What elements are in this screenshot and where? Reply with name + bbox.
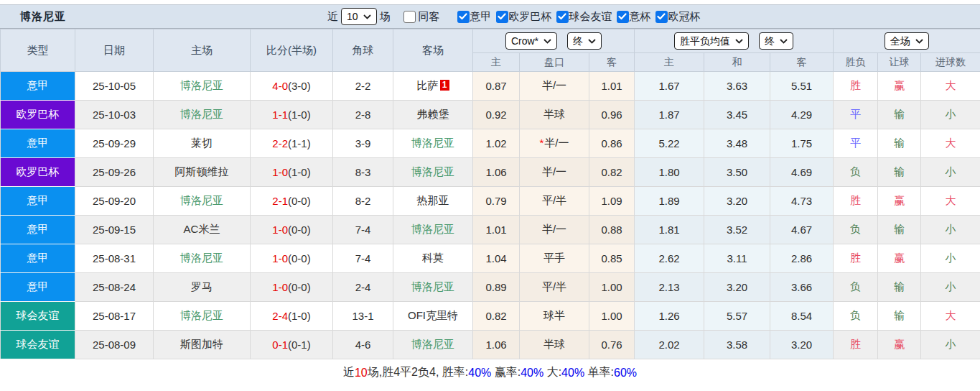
home-team-link[interactable]: AC米兰 [184, 223, 220, 235]
fulltime-score: 2-2 [272, 137, 288, 150]
summary-footer: 近10场,胜4平2负4, 胜率:40% 赢率:40% 大:40% 单率:60% [0, 359, 980, 386]
chevron-down-icon [363, 14, 371, 19]
home-team-link[interactable]: 博洛尼亚 [180, 79, 223, 91]
avg-odds-select[interactable]: 胜平负均值 [674, 32, 749, 50]
fulltime-score: 1-1 [272, 109, 288, 121]
avg-draw-odds-cell: 3.20 [704, 187, 770, 216]
avg-home-odds-cell: 2.13 [635, 273, 704, 302]
home-team-link[interactable]: 博洛尼亚 [180, 309, 223, 321]
result-goals-cell: 小 [921, 244, 980, 273]
result-goals-cell: 大 [921, 129, 980, 158]
fulltime-score: 2-4 [272, 310, 288, 322]
away-team-link[interactable]: 博洛尼亚 [411, 137, 454, 149]
away-team-link[interactable]: 热那亚 [417, 194, 449, 206]
avg-draw-odds-cell: 3.11 [704, 244, 770, 273]
handicap-value: 平/半 [542, 280, 566, 293]
home-team-link[interactable]: 莱切 [191, 137, 213, 149]
bookmaker-select-value: Crow* [511, 34, 538, 47]
checked-checkbox-icon[interactable] [655, 11, 668, 23]
corners-cell: 8-2 [333, 187, 393, 216]
recent-count-select[interactable]: 10 [341, 8, 377, 25]
crow-home-odds-cell: 1.01 [473, 216, 520, 244]
date-cell: 25-08-17 [75, 302, 154, 331]
filter-champions-league[interactable]: 欧冠杯 [655, 10, 701, 24]
date-cell: 25-10-05 [75, 72, 154, 101]
subcol-crow-home: 主 [473, 53, 520, 72]
crow-away-odds-cell: 1.00 [589, 302, 635, 331]
home-team-link[interactable]: 罗马 [191, 280, 213, 293]
league-type-cell: 意甲 [1, 187, 75, 216]
subcol-avg-away: 客 [770, 53, 834, 72]
score-cell: 1-0(0-0) [251, 216, 333, 244]
away-team-link[interactable]: 博洛尼亚 [411, 223, 454, 235]
summary-text: 近 [343, 365, 355, 380]
away-team-link[interactable]: 比萨 [417, 79, 439, 91]
crow-time-select-value: 终 [573, 34, 583, 47]
crow-away-odds-cell: 0.76 [589, 331, 635, 359]
result-wdl-cell: 平 [834, 129, 878, 158]
checked-checkbox-icon[interactable] [617, 11, 629, 23]
result-wdl-cell: 负 [834, 273, 878, 302]
bookmaker-select[interactable]: Crow* [505, 32, 557, 50]
away-team-link[interactable]: OFI克里特 [408, 309, 458, 321]
checked-checkbox-icon[interactable] [496, 11, 508, 23]
filter-label[interactable]: 意甲 [470, 10, 492, 24]
same-away-checkbox[interactable] [403, 11, 416, 23]
away-team-link[interactable]: 博洛尼亚 [411, 338, 454, 350]
match-scope-select[interactable]: 全场 [885, 32, 929, 50]
filter-label[interactable]: 欧冠杯 [668, 10, 701, 24]
chevron-down-icon [915, 39, 923, 44]
fulltime-score: 0-1 [272, 339, 288, 351]
result-wdl-cell: 胜 [834, 331, 878, 359]
handicap-cell: 半球 [520, 101, 589, 129]
home-team-link[interactable]: 博洛尼亚 [180, 194, 223, 206]
col-header-date: 日期 [75, 29, 154, 72]
home-team-link[interactable]: 阿斯顿维拉 [175, 165, 229, 178]
handicap-cell: 半/一 [520, 216, 589, 244]
avg-away-odds-cell: 4.69 [770, 158, 834, 187]
result-goals-cell: 小 [921, 216, 980, 244]
crow-away-odds-cell: 0.82 [589, 158, 635, 187]
home-team-link[interactable]: 斯图加特 [180, 338, 223, 350]
away-team-link[interactable]: 科莫 [422, 252, 444, 264]
filter-serie-a[interactable]: 意甲 [457, 10, 492, 24]
filter-label[interactable]: 球会友谊 [569, 10, 612, 24]
halftime-score: (0-1) [288, 339, 311, 351]
avg-home-odds-cell: 1.81 [635, 216, 704, 244]
score-cell: 1-0(0-0) [251, 244, 333, 273]
checked-checkbox-icon[interactable] [556, 11, 569, 23]
table-header: 类型 日期 主场 比分(半场) 角球 客场 Crow* 终 [1, 29, 980, 72]
avg-home-odds-cell: 1.87 [635, 101, 704, 129]
filter-club-friendly[interactable]: 球会友谊 [556, 10, 612, 24]
filter-label[interactable]: 欧罗巴杯 [509, 10, 552, 24]
corners-cell: 8-3 [333, 158, 393, 187]
away-team-link[interactable]: 博洛尼亚 [411, 165, 454, 178]
halftime-score: (0-0) [288, 195, 311, 207]
away-team-link[interactable]: 弗赖堡 [417, 108, 449, 120]
filter-europa-league[interactable]: 欧罗巴杯 [496, 10, 552, 24]
avg-time-select[interactable]: 终 [759, 32, 793, 50]
crow-time-select[interactable]: 终 [567, 32, 602, 50]
home-team-link[interactable]: 博洛尼亚 [180, 108, 223, 120]
filter-coppa-italia[interactable]: 意杯 [617, 10, 651, 24]
table-row: 欧罗巴杯 25-09-26 阿斯顿维拉 1-0(1-0) 8-3 博洛尼亚 1.… [1, 158, 980, 187]
home-team-cell: 博洛尼亚 [154, 244, 251, 273]
home-team-link[interactable]: 博洛尼亚 [180, 252, 223, 264]
result-goals-cell: 小 [921, 158, 980, 187]
avg-home-odds-cell: 2.02 [635, 331, 704, 359]
summary-text: 场,胜4平2负4, 胜率: [368, 365, 468, 380]
same-away-label[interactable]: 同客 [419, 10, 440, 24]
red-card-badge[interactable]: 1 [440, 80, 449, 91]
filter-label[interactable]: 意杯 [630, 10, 651, 24]
handicap-cell: 半/一 [520, 72, 589, 101]
avg-home-odds-cell: 1.26 [635, 302, 704, 331]
avg-draw-odds-cell: 3.63 [704, 72, 770, 101]
avg-away-odds-cell: 4.73 [770, 187, 834, 216]
away-team-link[interactable]: 博洛尼亚 [411, 280, 454, 293]
handicap-value: 半球 [543, 108, 565, 120]
checked-checkbox-icon[interactable] [457, 11, 470, 23]
avg-away-odds-cell: 1.75 [770, 129, 834, 158]
avg-odds-group-header: 胜平负均值 终 [635, 29, 834, 53]
col-header-corners: 角球 [333, 29, 393, 72]
result-goals-cell: 小 [921, 331, 980, 359]
